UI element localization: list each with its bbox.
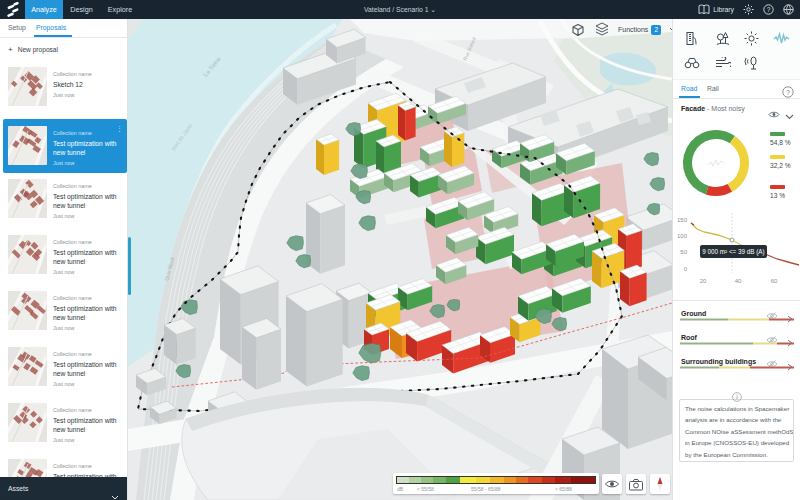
svg-text:60: 60 — [771, 278, 778, 284]
svg-text:100: 100 — [677, 233, 688, 239]
svg-text:50: 50 — [680, 249, 687, 255]
svg-text:20: 20 — [700, 278, 707, 284]
svg-text:0: 0 — [684, 266, 688, 272]
svg-text:?: ? — [786, 89, 790, 96]
svg-text:40: 40 — [735, 278, 742, 284]
svg-text:?: ? — [767, 6, 771, 13]
svg-text:150: 150 — [677, 217, 688, 223]
svg-text:9 000 m² <= 39 dB (A): 9 000 m² <= 39 dB (A) — [702, 248, 764, 256]
